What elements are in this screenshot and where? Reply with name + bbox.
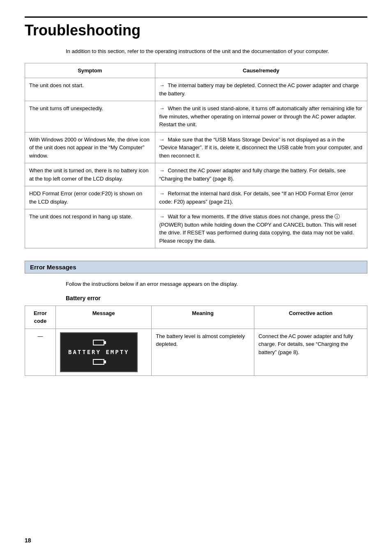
- page-number: 18: [25, 537, 31, 544]
- error-meaning-cell: The battery level is almost completely d…: [152, 329, 254, 375]
- battery-error-title: Battery error: [66, 295, 367, 301]
- arrow-icon: →: [159, 213, 165, 220]
- error-col-code: Error code: [25, 306, 56, 329]
- arrow-icon: →: [159, 167, 165, 174]
- arrow-icon: →: [159, 190, 165, 197]
- trouble-symptom: With Windows 2000 or Windows Me, the dri…: [25, 132, 155, 163]
- trouble-symptom: HDD Format Error (error code:F20) is sho…: [25, 186, 155, 209]
- error-messages-header: Error Messages: [25, 261, 367, 273]
- intro-text: In addition to this section, refer to th…: [66, 47, 367, 56]
- arrow-icon: →: [159, 82, 165, 88]
- trouble-row: The unit turns off unexpectedly.→ When t…: [25, 101, 367, 132]
- trouble-remedy: → The internal battery may be depleted. …: [155, 78, 367, 101]
- arrow-icon: →: [159, 105, 165, 111]
- trouble-remedy: → Make sure that the “USB Mass Storage D…: [155, 132, 367, 163]
- trouble-symptom: The unit does not respond in hang up sta…: [25, 209, 155, 248]
- troubleshooting-table: Symptom Cause/remedy The unit does not s…: [25, 63, 367, 249]
- battery-text: BATTERY EMPTY: [68, 348, 129, 357]
- trouble-remedy: → Wait for a few moments. If the drive s…: [155, 209, 367, 248]
- battery-display: BATTERY EMPTY: [60, 332, 138, 372]
- trouble-row: The unit does not respond in hang up sta…: [25, 209, 367, 248]
- error-code-cell: —: [25, 329, 56, 375]
- trouble-symptom: When the unit is turned on, there is no …: [25, 163, 155, 186]
- error-message-cell: BATTERY EMPTY: [55, 329, 151, 375]
- trouble-row: With Windows 2000 or Windows Me, the dri…: [25, 132, 367, 163]
- error-col-meaning: Meaning: [152, 306, 254, 329]
- arrow-icon: →: [159, 137, 165, 143]
- error-col-action: Corrective action: [254, 306, 367, 329]
- trouble-row: HDD Format Error (error code:F20) is sho…: [25, 186, 367, 209]
- trouble-symptom: The unit does not start.: [25, 78, 155, 101]
- trouble-row: When the unit is turned on, there is no …: [25, 163, 367, 186]
- error-messages-intro: Follow the instructions below if an erro…: [66, 280, 367, 288]
- error-table: Error code Message Meaning Corrective ac…: [25, 306, 367, 376]
- error-col-message: Message: [55, 306, 151, 329]
- col-header-symptom: Symptom: [25, 63, 155, 78]
- col-header-remedy: Cause/remedy: [155, 63, 367, 78]
- trouble-remedy: → Connect the AC power adapter and fully…: [155, 163, 367, 186]
- trouble-remedy: → When the unit is used stand-alone, it …: [155, 101, 367, 132]
- trouble-symptom: The unit turns off unexpectedly.: [25, 101, 155, 132]
- trouble-remedy: → Reformat the internal hard disk. For d…: [155, 186, 367, 209]
- error-action-cell: Connect the AC power adapter and fully c…: [254, 329, 367, 375]
- page-title: Troubleshooting: [25, 16, 367, 39]
- error-row: —BATTERY EMPTYThe battery level is almos…: [25, 329, 367, 375]
- trouble-row: The unit does not start.→ The internal b…: [25, 78, 367, 101]
